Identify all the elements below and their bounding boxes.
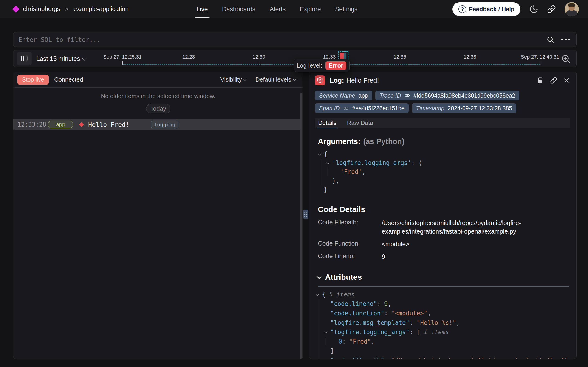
log-row[interactable]: 12:33:28 app Hello Fred! logging xyxy=(13,119,300,130)
panel-resize-handle[interactable] xyxy=(303,210,308,219)
nav-tab-dashboards[interactable]: Dashboards xyxy=(222,0,256,18)
code-token: : xyxy=(384,357,391,359)
code-token: { xyxy=(322,291,329,298)
code-line: } xyxy=(318,185,569,194)
zoom-in-icon[interactable] xyxy=(561,54,571,65)
close-icon[interactable] xyxy=(563,77,570,83)
split-view-icon[interactable] xyxy=(537,77,544,84)
code-line: { 5 items xyxy=(316,290,569,299)
search-icon[interactable] xyxy=(547,36,554,43)
tooltip-label: Log level: xyxy=(297,62,322,69)
breadcrumb-org[interactable]: christophergs xyxy=(23,6,60,13)
top-nav: christophergs > example-application Live… xyxy=(0,0,588,18)
code-token: : ( xyxy=(411,159,422,166)
more-options-icon[interactable] xyxy=(561,39,570,41)
copy-link-icon[interactable] xyxy=(550,77,557,84)
nav-actions: ? Feedback / Help xyxy=(453,0,579,18)
tab-raw-data[interactable]: Raw Data xyxy=(347,118,373,128)
visibility-label: Visibility xyxy=(220,76,242,83)
code-line: "code.lineno": 9, xyxy=(316,299,569,309)
sql-filter-input[interactable] xyxy=(18,36,547,43)
breadcrumb-project[interactable]: example-application xyxy=(74,6,129,13)
collapse-chevron-icon[interactable] xyxy=(316,292,319,296)
collapse-chevron-icon[interactable] xyxy=(326,161,329,164)
logfire-app: christophergs > example-application Live… xyxy=(0,0,588,367)
code-line: "code.filepath": "/Users/christophersami… xyxy=(316,356,569,359)
link-icon xyxy=(343,105,349,111)
code-line: ] xyxy=(316,346,569,356)
pill-value: #ea4d5f226ec151be xyxy=(352,105,405,112)
attributes-section-toggle[interactable]: Attributes xyxy=(318,273,569,282)
code-token: "Fred" xyxy=(349,338,371,345)
chevron-down-icon xyxy=(317,274,322,279)
detail-tags: Service Name app Trace ID #fdd5694a8fa98… xyxy=(315,91,570,113)
chevron-down-icon xyxy=(293,77,296,81)
code-token: "/Users/christophersamiullah/repos/pydan… xyxy=(391,357,577,359)
pill-label: Timestamp xyxy=(416,105,444,112)
nav-tabs: Live Dashboards Alerts Explore Settings xyxy=(196,0,357,18)
code-details-rows: Code Filepath: /Users/christophersamiull… xyxy=(318,219,569,261)
code-token: : xyxy=(409,319,416,326)
code-token: , xyxy=(456,319,460,326)
timeline-tick-mark xyxy=(189,61,189,65)
empty-window-message: No older items in the selected time wind… xyxy=(13,92,303,100)
link-icon xyxy=(404,92,410,99)
nav-tab-explore[interactable]: Explore xyxy=(300,0,321,18)
timeline-tick-mark xyxy=(122,61,123,65)
scrollbar-thumb[interactable] xyxy=(300,93,303,359)
code-lineno-value: 9 xyxy=(382,253,538,261)
feedback-help-label: Feedback / Help xyxy=(469,6,514,13)
collapse-chevron-icon[interactable] xyxy=(324,330,328,334)
trace-id-pill[interactable]: Trace ID #fdd5694a8fa98eb4e301d99ebc056e… xyxy=(375,91,520,100)
attributes-json-tree: { 5 items"code.lineno": 9,"code.function… xyxy=(316,290,569,359)
log-time: 12:33:28 xyxy=(17,121,48,128)
code-token: 0 xyxy=(339,338,342,345)
code-line: 0: "Fred", xyxy=(316,337,569,346)
default-levels-label: Default levels xyxy=(255,76,291,83)
code-token: : xyxy=(342,338,349,345)
tab-details[interactable]: Details xyxy=(318,118,336,128)
nav-tab-alerts[interactable]: Alerts xyxy=(270,0,285,18)
collapse-chevron-icon[interactable] xyxy=(318,152,321,156)
timeline-tick-label: 12:35 xyxy=(393,54,406,60)
timeline-tick-label: 12:38 xyxy=(464,54,476,60)
chevron-down-icon xyxy=(243,77,247,81)
arguments-python-tree: {'logfire.logging_args': ('Fred',),} xyxy=(318,150,569,194)
logfire-logo-icon[interactable] xyxy=(12,6,19,13)
theme-toggle-moon-icon[interactable] xyxy=(529,5,538,14)
feedback-help-button[interactable]: ? Feedback / Help xyxy=(453,2,521,16)
nav-tab-settings[interactable]: Settings xyxy=(335,0,358,18)
share-link-icon[interactable] xyxy=(547,5,556,14)
indent-guide xyxy=(326,337,326,346)
today-button[interactable]: Today xyxy=(146,104,170,113)
timeline-tick-label: Sep 27, 12:25:31 xyxy=(103,54,142,60)
default-levels-dropdown[interactable]: Default levels xyxy=(255,76,296,83)
code-token: { xyxy=(324,150,328,157)
pill-value: #fdd5694a8fa98eb4e301d99ebc056ea2 xyxy=(414,92,515,99)
code-token: 1 items xyxy=(424,329,449,335)
live-panel-header: Stop live Connected Visibility Default l… xyxy=(13,72,303,87)
code-token: "code.filepath" xyxy=(330,357,384,359)
visibility-dropdown[interactable]: Visibility xyxy=(220,76,247,83)
log-list: No older items in the selected time wind… xyxy=(13,92,303,359)
detail-tabs: Details Raw Data xyxy=(315,118,570,128)
timeline-tick-label: Sep 27, 12:40:31 xyxy=(521,54,559,60)
code-line: "logfire.logging_args": [ 1 items xyxy=(316,327,569,337)
attributes-heading-text: Attributes xyxy=(325,273,362,282)
attributes-divider xyxy=(318,286,569,287)
code-token: : xyxy=(377,300,384,307)
detail-title-prefix: Log: xyxy=(330,77,344,84)
code-token: ), xyxy=(332,177,339,184)
span-id-pill[interactable]: Span ID #ea4d5f226ec151be xyxy=(315,103,409,113)
pill-value: app xyxy=(358,92,368,99)
nav-tab-live[interactable]: Live xyxy=(196,0,208,18)
log-message: Hello Fred! xyxy=(88,121,129,128)
scrollbar[interactable] xyxy=(300,92,303,359)
user-avatar[interactable] xyxy=(564,2,579,16)
indent-guide xyxy=(318,309,318,318)
detail-content: Arguments:(as Python) {'logfire.logging_… xyxy=(309,137,576,359)
arguments-subheading: (as Python) xyxy=(363,137,405,146)
stop-live-button[interactable]: Stop live xyxy=(17,75,49,84)
detail-title-text: Hello Fred! xyxy=(346,77,379,84)
log-level-tooltip: Log level: Error xyxy=(294,59,350,72)
